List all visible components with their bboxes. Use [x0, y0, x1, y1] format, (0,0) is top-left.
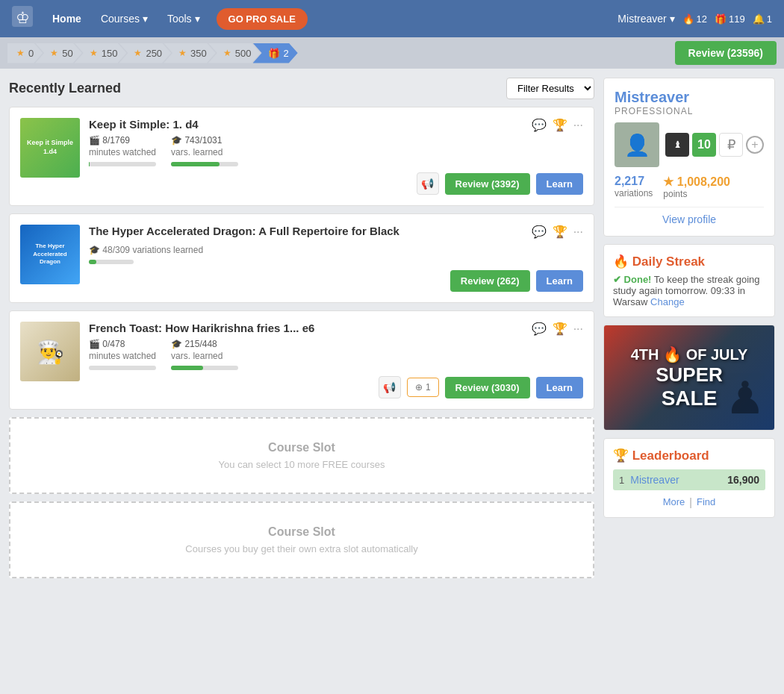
view-profile-link[interactable]: View profile [615, 213, 764, 225]
vars-value: 🎓 743/1031 [171, 135, 238, 146]
course-stats-french: 🎬 0/478 minutes watched 🎓 215/448 vars. … [89, 339, 583, 370]
review-button-dragon[interactable]: Review (262) [450, 270, 530, 292]
notification-count: 1 [767, 13, 772, 25]
streak-done: ✔ Done! [613, 274, 651, 285]
nav-home[interactable]: Home [45, 8, 89, 29]
more-icon-dragon[interactable]: ··· [573, 225, 583, 239]
course-actions-1d4: 📢 Review (3392) Learn [89, 172, 583, 195]
streak-section: 🔥 Daily Streak ✔ Done! To keep the strea… [604, 245, 774, 316]
badge-10: 10 [692, 133, 716, 157]
chat-icon-french[interactable]: 💬 [532, 322, 547, 336]
chat-icon[interactable]: 💬 [532, 118, 547, 132]
announce-button-french[interactable]: 📢 [379, 376, 401, 398]
section-title: Recently Learned [9, 81, 121, 96]
course-icons-1d4: 💬 🏆 ··· [532, 118, 583, 132]
course-actions-french: 📢 ⊕ 1 Review (3030) Learn [89, 376, 583, 398]
review-button-1d4[interactable]: Review (3392) [445, 173, 530, 195]
minutes-bar-french [89, 366, 156, 370]
bell-icon: 🔔 [753, 13, 765, 25]
more-icon-french[interactable]: ··· [573, 322, 583, 336]
profile-level: PROFESSIONAL [615, 106, 764, 116]
user-menu[interactable]: Mistreaver ▾ [617, 13, 674, 25]
section-header: Recently Learned Filter Results [9, 78, 594, 99]
nav-courses[interactable]: Courses ▾ [93, 8, 155, 29]
trophy-icon-french[interactable]: 🏆 [553, 322, 567, 336]
logo-icon: ♔ [12, 6, 33, 31]
promo-card[interactable]: 4TH 🔥 OF JULY SUPER SALE ♟ [603, 325, 775, 431]
course-card-1d4: Keep it Simple1.d4 Keep it Simple: 1. d4… [9, 107, 594, 206]
step-0[interactable]: ★0 [7, 43, 43, 63]
streak-badge[interactable]: 🔥 12 [682, 13, 707, 25]
review-button-french[interactable]: Review (3030) [445, 377, 530, 398]
lb-find-link[interactable]: Find [697, 496, 715, 508]
course-header-row-dragon: The Hyper Accelerated Dragon: A Full Rep… [89, 225, 583, 242]
vars-bar-fill [171, 162, 220, 166]
vars-value-french: 🎓 215/448 [171, 339, 238, 349]
go-pro-button[interactable]: GO PRO SALE [217, 8, 308, 30]
badge-add-button[interactable]: + [746, 136, 764, 154]
lb-name-1[interactable]: Mistreaver [630, 474, 721, 486]
step-150[interactable]: ★150 [75, 43, 127, 63]
announce-button-1d4[interactable]: 📢 [417, 172, 439, 195]
step-500[interactable]: ★500 [208, 43, 261, 63]
course-thumbnail-dragon: The Hyper Accelerated Dragon [20, 225, 80, 284]
profile-card: Mistreaver PROFESSIONAL 👤 ♝ 10 ₽ + 2, [603, 78, 775, 237]
profile-section: Mistreaver PROFESSIONAL 👤 ♝ 10 ₽ + 2, [604, 78, 774, 236]
minutes-bar-fill [89, 162, 90, 166]
minutes-label-french: minutes watched [89, 351, 156, 361]
notification-badge[interactable]: 🔔 1 [753, 13, 772, 25]
trophy-icon[interactable]: 🏆 [553, 118, 567, 132]
profile-row: 👤 ♝ 10 ₽ + [615, 122, 764, 167]
divider [615, 207, 764, 207]
streak-change-link[interactable]: Change [650, 296, 685, 307]
promo-line3: SALE [631, 387, 748, 410]
course-info-french: French Toast: How Harikrishna fries 1...… [89, 322, 583, 398]
step-250[interactable]: ★250 [119, 43, 171, 63]
trophy-icon-dragon[interactable]: 🏆 [553, 225, 567, 239]
nav-tools[interactable]: Tools ▾ [160, 8, 208, 29]
course-icons-french: 💬 🏆 ··· [532, 322, 583, 336]
profile-username: Mistreaver [615, 89, 764, 106]
streak-title: 🔥 Daily Streak [613, 254, 765, 269]
gift-badge[interactable]: 🎁 119 [715, 13, 745, 25]
stat-vars: 🎓 743/1031 vars. learned [171, 135, 238, 166]
lb-footer: More | Find [613, 496, 765, 508]
minutes-label: minutes watched [89, 147, 156, 157]
leaderboard-row-1: 1 Mistreaver 16,900 [613, 469, 765, 490]
lb-score-1: 16,900 [727, 474, 759, 486]
course-title-dragon: The Hyper Accelerated Dragon: A Full Rep… [89, 225, 399, 237]
promo-line2: SUPER [631, 363, 748, 387]
main-nav: Home Courses ▾ Tools ▾ GO PRO SALE [45, 8, 308, 30]
learn-button-1d4[interactable]: Learn [536, 173, 583, 195]
vars-bar [171, 162, 238, 166]
minutes-value-french: 🎬 0/478 [89, 339, 156, 349]
leaderboard-card: 🏆 Leaderboard 1 Mistreaver 16,900 More |… [603, 438, 775, 518]
vars-label-french: vars. learned [171, 351, 238, 361]
gift-count: 119 [729, 13, 745, 25]
course-slot-subtitle-2: Courses you buy get their own extra slot… [33, 543, 570, 554]
username-label: Mistreaver ▾ [617, 13, 674, 25]
streak-text: ✔ Done! To keep the streak going study a… [613, 274, 765, 307]
right-column: Mistreaver PROFESSIONAL 👤 ♝ 10 ₽ + 2, [603, 78, 775, 586]
course-stats-1d4: 🎬 8/1769 minutes watched 🎓 743/1031 vars… [89, 135, 583, 166]
lb-separator: | [689, 496, 692, 508]
review-top-button[interactable]: Review (23596) [675, 41, 777, 65]
learn-button-french[interactable]: Learn [536, 377, 583, 398]
filter-select[interactable]: Filter Results [506, 78, 594, 99]
gift-icon: 🎁 [715, 13, 727, 25]
course-card-inner-dragon: The Hyper Accelerated Dragon The Hyper A… [20, 225, 583, 292]
course-thumbnail-1d4: Keep it Simple1.d4 [20, 118, 80, 178]
course-card-inner-french: 👨‍🍳 French Toast: How Harikrishna fries … [20, 322, 583, 398]
lb-rank-1: 1 [619, 475, 624, 486]
chat-icon-dragon[interactable]: 💬 [532, 225, 547, 239]
learn-button-dragon[interactable]: Learn [536, 270, 583, 292]
header: ♔ Home Courses ▾ Tools ▾ GO PRO SALE Mis… [0, 0, 784, 37]
more-icon[interactable]: ··· [573, 119, 583, 132]
minutes-bar [89, 162, 156, 166]
vote-button-french[interactable]: ⊕ 1 [407, 378, 439, 397]
lb-more-link[interactable]: More [663, 496, 685, 508]
variations-bar-dragon [89, 260, 134, 264]
vote-icon: ⊕ [415, 382, 423, 393]
variations-value: 2,217 [615, 175, 653, 188]
step-350[interactable]: ★350 [164, 43, 216, 63]
